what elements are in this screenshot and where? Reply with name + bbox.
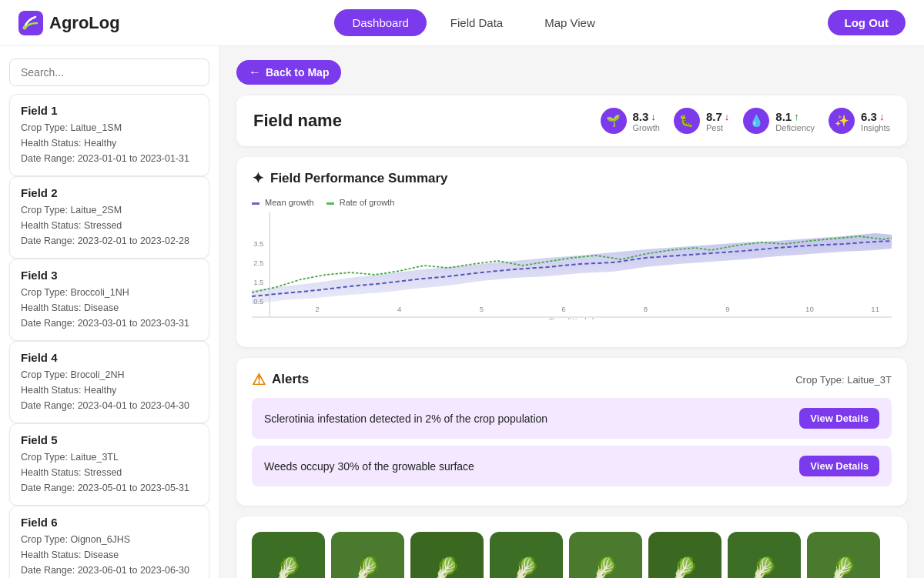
svg-text:Time (Weeks): Time (Weeks) — [549, 317, 594, 319]
metric-icon-deficiency: 💧 — [743, 108, 769, 134]
field-card-detail: Crop Type: Broccoli_1NH Health Status: D… — [21, 285, 198, 331]
arrow-down-icon: ↓ — [879, 111, 885, 122]
field-card-title: Field 5 — [21, 433, 198, 446]
metric-number: 8.1 ↑ — [775, 110, 815, 123]
back-arrow-icon: ← — [249, 65, 261, 79]
metric-values-pest: 8.7 ↓ Pest — [706, 110, 729, 132]
performance-title: ✦ Field Performance Summary — [252, 169, 892, 187]
field-cards-container: Field 1 Crop Type: Laitue_1SM Health Sta… — [9, 94, 209, 578]
arrow-down-icon: ↓ — [725, 111, 730, 122]
field-card-title: Field 3 — [21, 269, 198, 282]
view-details-button-1[interactable]: View Details — [799, 408, 879, 429]
metric-icon-growth: 🌱 — [601, 108, 627, 134]
metric-values-deficiency: 8.1 ↑ Deficiency — [775, 110, 815, 132]
field-card-title: Field 1 — [21, 104, 198, 117]
metric-number: 8.3 ↓ — [633, 110, 660, 123]
svg-point-1 — [23, 25, 27, 29]
performance-icon: ✦ — [252, 169, 264, 187]
alert-text: Weeds occupy 30% of the growable surface — [264, 460, 474, 473]
crop-thumb-inner: 🥬 — [648, 532, 721, 578]
field-card-2[interactable]: Field 2 Crop Type: Laitue_2SM Health Sta… — [9, 176, 209, 259]
metric-label: Deficiency — [775, 123, 815, 132]
sidebar: Field 1 Crop Type: Laitue_1SM Health Sta… — [0, 46, 219, 578]
svg-text:6: 6 — [561, 306, 565, 313]
crop-image-7: 🥬 — [728, 532, 801, 578]
metric-pest: 🐛 8.7 ↓ Pest — [674, 108, 729, 134]
arrow-down-icon: ↓ — [651, 111, 656, 122]
crop-image-2: 🥬 — [331, 532, 404, 578]
arrow-up-icon: ↑ — [794, 111, 799, 122]
metric-deficiency: 💧 8.1 ↑ Deficiency — [743, 108, 815, 134]
search-input[interactable] — [9, 58, 209, 86]
view-details-button-2[interactable]: View Details — [799, 456, 879, 476]
legend-mean: Mean growth — [252, 198, 314, 207]
alert-row-1: Sclerotinia infestation detected in 2% o… — [252, 398, 892, 439]
metric-values-insights: 6.3 ↓ Insights — [861, 110, 890, 132]
performance-section: ✦ Field Performance Summary Mean growth … — [236, 157, 907, 347]
field-card-detail: Crop Type: Oignon_6JHS Health Status: Di… — [21, 532, 198, 578]
main-content: ← Back to Map Field name 🌱 8.3 ↓ Growth … — [219, 46, 924, 578]
metric-values-growth: 8.3 ↓ Growth — [633, 110, 660, 132]
chart-container: 0.5 1.5 2.5 3.5 2 4 5 6 8 9 10 11 Time (… — [252, 212, 892, 335]
field-card-title: Field 2 — [21, 186, 198, 199]
crop-image-8: 🥬 — [807, 532, 880, 578]
crop-thumb-inner: 🥬 — [807, 532, 880, 578]
svg-text:2: 2 — [316, 306, 320, 313]
field-card-title: Field 6 — [21, 516, 198, 529]
metric-number: 8.7 ↓ — [706, 110, 729, 123]
field-card-title: Field 4 — [21, 351, 198, 364]
logout-button[interactable]: Log Out — [828, 10, 906, 35]
legend-rate: Rate of growth — [326, 198, 395, 207]
field-card-3[interactable]: Field 3 Crop Type: Broccoli_1NH Health S… — [9, 259, 209, 341]
svg-marker-2 — [252, 233, 892, 304]
metrics-container: 🌱 8.3 ↓ Growth 🐛 8.7 ↓ Pest 💧 8.1 ↑ Defi… — [601, 108, 891, 134]
alerts-crop-type: Crop Type: Laitue_3T — [795, 374, 892, 386]
performance-chart: 0.5 1.5 2.5 3.5 2 4 5 6 8 9 10 11 Time (… — [252, 212, 892, 319]
metric-label: Insights — [861, 123, 890, 132]
field-card-detail: Crop Type: Brocoli_2NH Health Status: He… — [21, 367, 198, 413]
svg-text:11: 11 — [871, 306, 879, 313]
metric-icon-pest: 🐛 — [674, 108, 700, 134]
crop-image-4: 🥬 — [490, 532, 563, 578]
metric-growth: 🌱 8.3 ↓ Growth — [601, 108, 660, 134]
logo-area: AgroLog — [18, 11, 120, 35]
crop-image-6: 🥬 — [648, 532, 721, 578]
crop-thumb-inner: 🥬 — [410, 532, 484, 578]
nav-tabs: Dashboard Field Data Map View — [334, 9, 612, 36]
field-name-card: Field name 🌱 8.3 ↓ Growth 🐛 8.7 ↓ Pest 💧… — [236, 95, 907, 146]
svg-text:1.5: 1.5 — [253, 279, 263, 286]
main-layout: Field 1 Crop Type: Laitue_1SM Health Sta… — [0, 46, 924, 578]
crop-image-5: 🥬 — [569, 532, 642, 578]
field-name-title: Field name — [253, 111, 342, 131]
alert-row-2: Weeds occupy 30% of the growable surface… — [252, 446, 892, 486]
nav-map-view[interactable]: Map View — [527, 9, 613, 36]
header: AgroLog Dashboard Field Data Map View Lo… — [0, 0, 924, 46]
back-to-map-button[interactable]: ← Back to Map — [236, 60, 341, 85]
field-card-5[interactable]: Field 5 Crop Type: Laitue_3TL Health Sta… — [9, 423, 209, 506]
nav-dashboard[interactable]: Dashboard — [334, 9, 426, 36]
logo-text: AgroLog — [49, 13, 120, 33]
alerts-header: ⚠ Alerts Crop Type: Laitue_3T — [252, 370, 892, 389]
field-card-detail: Crop Type: Laitue_2SM Health Status: Str… — [21, 202, 198, 249]
alerts-title-text: Alerts — [272, 372, 309, 387]
field-card-6[interactable]: Field 6 Crop Type: Oignon_6JHS Health St… — [9, 506, 209, 578]
svg-text:9: 9 — [725, 306, 729, 313]
crop-image-3: 🥬 — [410, 532, 484, 578]
field-card-4[interactable]: Field 4 Crop Type: Brocoli_2NH Health St… — [9, 341, 209, 423]
nav-field-data[interactable]: Field Data — [433, 9, 521, 36]
crop-thumb-inner: 🥬 — [331, 532, 404, 578]
alerts-section: ⚠ Alerts Crop Type: Laitue_3T Sclerotini… — [236, 358, 907, 506]
alerts-title: ⚠ Alerts — [252, 370, 309, 389]
performance-title-text: Field Performance Summary — [270, 171, 448, 186]
image-row: 🥬🥬🥬🥬🥬🥬🥬🥬 — [252, 529, 892, 578]
crop-thumb-inner: 🥬 — [490, 532, 563, 578]
crop-thumb-inner: 🥬 — [252, 532, 325, 578]
svg-text:3.5: 3.5 — [253, 240, 263, 248]
metric-label: Pest — [706, 123, 729, 132]
svg-text:2.5: 2.5 — [253, 259, 263, 267]
metric-insights: ✨ 6.3 ↓ Insights — [829, 108, 890, 134]
field-card-1[interactable]: Field 1 Crop Type: Laitue_1SM Health Sta… — [9, 94, 209, 176]
metric-label: Growth — [633, 123, 660, 132]
svg-text:8: 8 — [644, 306, 648, 313]
alert-triangle-icon: ⚠ — [252, 370, 266, 389]
